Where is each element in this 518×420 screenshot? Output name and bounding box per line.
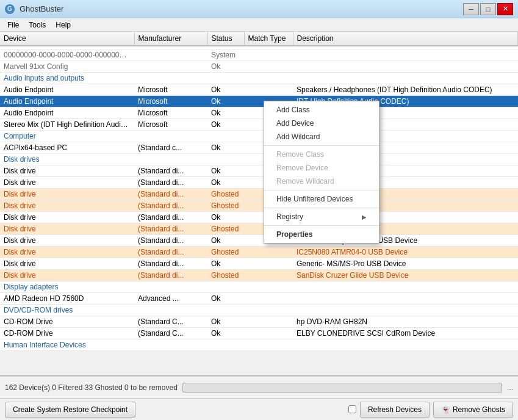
category-cell: Disk drives — [0, 154, 518, 165]
device-table: Device Manufacturer Status Match Type De… — [0, 32, 518, 351]
app-icon: G — [5, 4, 15, 14]
status-cell: Ok — [207, 61, 244, 73]
progress-bar — [182, 383, 502, 393]
status-cell: Ghosted — [207, 200, 244, 212]
manufacturer-cell: (Standard di... — [134, 212, 207, 223]
minimize-button[interactable]: ─ — [463, 3, 479, 15]
matchtype-cell — [244, 258, 293, 270]
table-row[interactable]: Stereo Mix (IDT High Definition Audio CO… — [0, 119, 518, 131]
table-row[interactable]: Disk drive (Standard di... Ghosted SanDi… — [0, 270, 518, 281]
table-row[interactable]: CD-ROM Drive (Standard C... Ok ELBY CLON… — [0, 328, 518, 339]
manufacturer-cell: (Standard c... — [134, 142, 207, 154]
table-row[interactable]: Disk drive (Standard di... Ghosted — [0, 189, 518, 200]
restore-button[interactable]: Create System Restore Checkpoint — [5, 402, 135, 418]
matchtype-cell — [244, 293, 293, 305]
col-header-description[interactable]: Description — [293, 32, 518, 46]
device-cell: Marvell 91xx Config — [0, 61, 134, 73]
status-cell: Ok — [207, 328, 244, 339]
device-cell: Disk drive — [0, 270, 134, 281]
table-row[interactable]: Disk drive (Standard di... Ok USB Device — [0, 165, 518, 177]
title-bar: G GhostBuster ─ □ ✕ — [0, 0, 518, 18]
table-row[interactable]: Disk drive (Standard di... Ok Generic- M… — [0, 258, 518, 270]
status-cell: Ok — [207, 142, 244, 154]
context-menu-item[interactable]: Add Class — [264, 103, 379, 117]
table-row[interactable]: Human Interface Devices — [0, 339, 518, 351]
table-row[interactable]: AMD Radeon HD 7560D Advanced ... Ok — [0, 293, 518, 305]
device-cell: Disk drive — [0, 235, 134, 247]
manufacturer-cell: (Standard di... — [134, 247, 207, 258]
table-row[interactable]: Disk drive (Standard di... Ok Generic- C… — [0, 235, 518, 247]
status-cell: Ok — [207, 84, 244, 96]
device-cell: 00000000-0000-0000-0000-000000000000 — [0, 49, 134, 61]
manufacturer-cell: Microsoft — [134, 96, 207, 107]
table-row[interactable]: DVD/CD-ROM drives — [0, 305, 518, 316]
manufacturer-cell: (Standard C... — [134, 328, 207, 339]
col-header-status[interactable]: Status — [207, 32, 244, 46]
table-row[interactable]: Audio Endpoint Microsoft Ok Speakers / H… — [0, 84, 518, 96]
status-cell: Ghosted — [207, 270, 244, 281]
status-cell: Ok — [207, 258, 244, 270]
title-bar-left: G GhostBuster — [5, 4, 63, 14]
table-row[interactable]: 00000000-0000-0000-0000-000000000000 Sys… — [0, 49, 518, 61]
manufacturer-cell: (Standard di... — [134, 270, 207, 281]
device-cell: Stereo Mix (IDT High Definition Audio CO… — [0, 119, 134, 131]
device-cell: CD-ROM Drive — [0, 328, 134, 339]
window-controls: ─ □ ✕ — [463, 3, 513, 15]
status-cell: Ok — [207, 316, 244, 328]
manufacturer-cell: Microsoft — [134, 107, 207, 119]
context-menu-item[interactable]: Add Device — [264, 117, 379, 130]
table-row[interactable]: Disk drive (Standard di... Ghosted — [0, 223, 518, 235]
table-row[interactable]: Disk drive (Standard di... Ghosted 2A7B2 — [0, 200, 518, 212]
restore-checkbox[interactable] — [348, 405, 356, 413]
status-cell: Ghosted — [207, 247, 244, 258]
table-scroll[interactable]: Device Manufacturer Status Match Type De… — [0, 32, 518, 375]
context-menu-item[interactable]: Hide Unfiltered Devices — [264, 192, 379, 206]
status-text: 162 Device(s) 0 Filtered 33 Ghosted 0 to… — [5, 383, 178, 392]
table-row[interactable]: CD-ROM Drive (Standard C... Ok hp DVD-RA… — [0, 316, 518, 328]
manufacturer-cell: (Standard C... — [134, 316, 207, 328]
category-cell: Audio inputs and outputs — [0, 73, 518, 84]
device-cell: Audio Endpoint — [0, 96, 134, 107]
status-dots: ... — [507, 383, 513, 392]
device-cell: Disk drive — [0, 165, 134, 177]
description-cell: ELBY CLONEDRIVE SCSI CdRom Device — [293, 328, 518, 339]
description-cell: Generic- MS/MS-Pro USB Device — [293, 258, 518, 270]
menu-tools[interactable]: Tools — [24, 18, 51, 31]
status-cell: Ok — [207, 96, 244, 107]
context-menu-item[interactable]: Registry▶ — [264, 210, 379, 223]
submenu-arrow-icon: ▶ — [362, 214, 367, 220]
context-menu-item[interactable]: Add Wildcard — [264, 130, 379, 143]
manufacturer-cell: Microsoft — [134, 84, 207, 96]
remove-ghosts-button[interactable]: 👻 Remove Ghosts — [433, 402, 513, 418]
table-row[interactable]: Marvell 91xx Config Ok — [0, 61, 518, 73]
table-row[interactable]: ACPIx64-based PC (Standard c... Ok — [0, 142, 518, 154]
context-menu-item[interactable]: Properties — [264, 228, 379, 241]
table-row[interactable]: Disk drive (Standard di... Ok USB Device — [0, 177, 518, 189]
close-button[interactable]: ✕ — [497, 3, 513, 15]
context-item-label: Add Wildcard — [276, 132, 320, 141]
table-row[interactable]: Disk drive (Standard di... Ghosted IC25N… — [0, 247, 518, 258]
remove-label: Remove Ghosts — [453, 405, 505, 414]
table-row[interactable]: Computer — [0, 131, 518, 142]
manufacturer-cell: (Standard di... — [134, 223, 207, 235]
ghost-icon: 👻 — [441, 405, 450, 414]
col-header-matchtype[interactable]: Match Type — [244, 32, 293, 46]
manufacturer-cell: (Standard di... — [134, 165, 207, 177]
menu-help[interactable]: Help — [51, 18, 76, 31]
buttons-bar: Create System Restore Checkpoint Refresh… — [0, 398, 518, 420]
table-row[interactable]: Disk drive (Standard di... Ok 2 — [0, 212, 518, 223]
maximize-button[interactable]: □ — [480, 3, 496, 15]
table-row[interactable]: Audio inputs and outputs — [0, 73, 518, 84]
refresh-button[interactable]: Refresh Devices — [360, 402, 430, 418]
device-cell: Disk drive — [0, 223, 134, 235]
matchtype-cell — [244, 61, 293, 73]
manufacturer-cell — [134, 61, 207, 73]
col-header-manufacturer[interactable]: Manufacturer — [134, 32, 207, 46]
description-cell: SanDisk Cruzer Glide USB Device — [293, 270, 518, 281]
menu-file[interactable]: File — [2, 18, 24, 31]
table-row[interactable]: Audio Endpoint Microsoft Ok IDT High Def… — [0, 96, 518, 107]
col-header-device[interactable]: Device — [0, 32, 134, 46]
table-row[interactable]: Disk drives — [0, 154, 518, 165]
table-row[interactable]: Audio Endpoint Microsoft Ok ic (Ultra Vi… — [0, 107, 518, 119]
table-row[interactable]: Display adapters — [0, 281, 518, 293]
